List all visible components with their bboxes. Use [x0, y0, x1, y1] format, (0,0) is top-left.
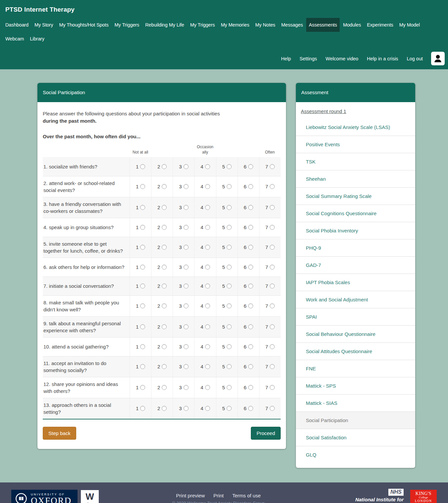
rating-radio[interactable] [227, 303, 232, 308]
rating-radio[interactable] [140, 344, 145, 349]
nav-item-rebuilding-my-life[interactable]: Rebuilding My Life [142, 18, 187, 32]
rating-radio[interactable] [205, 184, 210, 189]
rating-radio[interactable] [248, 344, 253, 349]
rating-radio[interactable] [248, 184, 253, 189]
rating-radio[interactable] [248, 324, 253, 329]
rating-radio[interactable] [140, 184, 145, 189]
rating-radio[interactable] [227, 324, 232, 329]
assessment-item-mattick-sps[interactable]: Mattick - SPS [296, 377, 415, 394]
utility-link-help[interactable]: Help [277, 53, 295, 65]
rating-radio[interactable] [270, 283, 275, 288]
rating-radio[interactable] [162, 205, 167, 210]
rating-radio[interactable] [227, 385, 232, 390]
rating-radio[interactable] [248, 406, 253, 411]
rating-radio[interactable] [184, 283, 189, 288]
rating-radio[interactable] [270, 205, 275, 210]
rating-radio[interactable] [248, 225, 253, 230]
rating-radio[interactable] [205, 406, 210, 411]
rating-radio[interactable] [270, 344, 275, 349]
rating-radio[interactable] [270, 324, 275, 329]
rating-radio[interactable] [162, 245, 167, 250]
assessment-item-fne[interactable]: FNE [296, 360, 415, 377]
nav-item-assessments[interactable]: Assessments [306, 18, 340, 32]
rating-radio[interactable] [162, 344, 167, 349]
nav-item-my-triggers[interactable]: My Triggers [188, 18, 218, 32]
nav-item-messages[interactable]: Messages [279, 18, 306, 32]
rating-radio[interactable] [162, 265, 167, 270]
rating-radio[interactable] [248, 364, 253, 369]
footer-link-print[interactable]: Print [213, 493, 224, 498]
nav-item-modules[interactable]: Modules [340, 18, 364, 32]
rating-radio[interactable] [227, 364, 232, 369]
rating-radio[interactable] [227, 184, 232, 189]
nav-item-my-story[interactable]: My Story [32, 18, 56, 32]
rating-radio[interactable] [140, 303, 145, 308]
rating-radio[interactable] [184, 265, 189, 270]
step-back-button[interactable]: Step back [43, 427, 76, 440]
assessment-item-social-satisfaction[interactable]: Social Satisfaction [296, 429, 415, 446]
rating-radio[interactable] [205, 324, 210, 329]
rating-radio[interactable] [227, 205, 232, 210]
rating-radio[interactable] [140, 225, 145, 230]
nav-item-my-notes[interactable]: My Notes [252, 18, 278, 32]
nav-item-webcam[interactable]: Webcam [3, 32, 27, 46]
nav-item-dashboard[interactable]: Dashboard [3, 18, 31, 32]
rating-radio[interactable] [162, 406, 167, 411]
nav-item-library[interactable]: Library [27, 32, 47, 46]
nav-item-my-triggers[interactable]: My Triggers [112, 18, 142, 32]
rating-radio[interactable] [227, 225, 232, 230]
utility-link-log-out[interactable]: Log out [403, 53, 427, 65]
assessment-item-gad-7[interactable]: GAD-7 [296, 256, 415, 274]
rating-radio[interactable] [140, 324, 145, 329]
rating-radio[interactable] [140, 265, 145, 270]
rating-radio[interactable] [140, 205, 145, 210]
rating-radio[interactable] [140, 406, 145, 411]
rating-radio[interactable] [270, 245, 275, 250]
rating-radio[interactable] [205, 283, 210, 288]
rating-radio[interactable] [248, 385, 253, 390]
rating-radio[interactable] [248, 283, 253, 288]
assessment-item-iapt-phobia-scales[interactable]: IAPT Phobia Scales [296, 274, 415, 291]
account-avatar-button[interactable] [431, 52, 445, 65]
rating-radio[interactable] [162, 184, 167, 189]
rating-radio[interactable] [205, 303, 210, 308]
assessment-round-link[interactable]: Assessment round 1 [301, 108, 346, 114]
rating-radio[interactable] [140, 385, 145, 390]
rating-radio[interactable] [227, 164, 232, 169]
rating-radio[interactable] [248, 303, 253, 308]
rating-radio[interactable] [140, 283, 145, 288]
assessment-item-liebowitz-social-anxiety-scale-lsas[interactable]: Liebowitz Social Anxiety Scale (LSAS) [296, 119, 415, 136]
rating-radio[interactable] [184, 225, 189, 230]
rating-radio[interactable] [140, 364, 145, 369]
assessment-item-phq-9[interactable]: PHQ-9 [296, 239, 415, 256]
assessment-item-sheehan[interactable]: Sheehan [296, 170, 415, 187]
rating-radio[interactable] [140, 245, 145, 250]
assessment-item-social-behaviour-questionnaire[interactable]: Social Behaviour Questionnaire [296, 325, 415, 343]
utility-link-welcome-video[interactable]: Welcome video [321, 53, 363, 65]
rating-radio[interactable] [270, 364, 275, 369]
rating-radio[interactable] [184, 245, 189, 250]
rating-radio[interactable] [162, 283, 167, 288]
rating-radio[interactable] [248, 245, 253, 250]
rating-radio[interactable] [205, 344, 210, 349]
rating-radio[interactable] [205, 245, 210, 250]
assessment-item-social-cognitions-questionnaire[interactable]: Social Cognitions Questionnaire [296, 205, 415, 222]
utility-link-settings[interactable]: Settings [295, 53, 321, 65]
rating-radio[interactable] [184, 324, 189, 329]
rating-radio[interactable] [270, 164, 275, 169]
rating-radio[interactable] [227, 245, 232, 250]
utility-link-help-in-a-crisis[interactable]: Help in a crisis [363, 53, 402, 65]
nav-item-my-thoughts-hot-spots[interactable]: My Thoughts/Hot Spots [56, 18, 111, 32]
rating-radio[interactable] [184, 184, 189, 189]
rating-radio[interactable] [227, 406, 232, 411]
rating-radio[interactable] [162, 324, 167, 329]
rating-radio[interactable] [205, 164, 210, 169]
rating-radio[interactable] [205, 385, 210, 390]
rating-radio[interactable] [227, 283, 232, 288]
assessment-item-glq[interactable]: GLQ [296, 446, 415, 463]
rating-radio[interactable] [248, 265, 253, 270]
rating-radio[interactable] [270, 184, 275, 189]
rating-radio[interactable] [184, 385, 189, 390]
rating-radio[interactable] [184, 205, 189, 210]
assessment-item-social-participation[interactable]: Social Participation [296, 411, 415, 429]
